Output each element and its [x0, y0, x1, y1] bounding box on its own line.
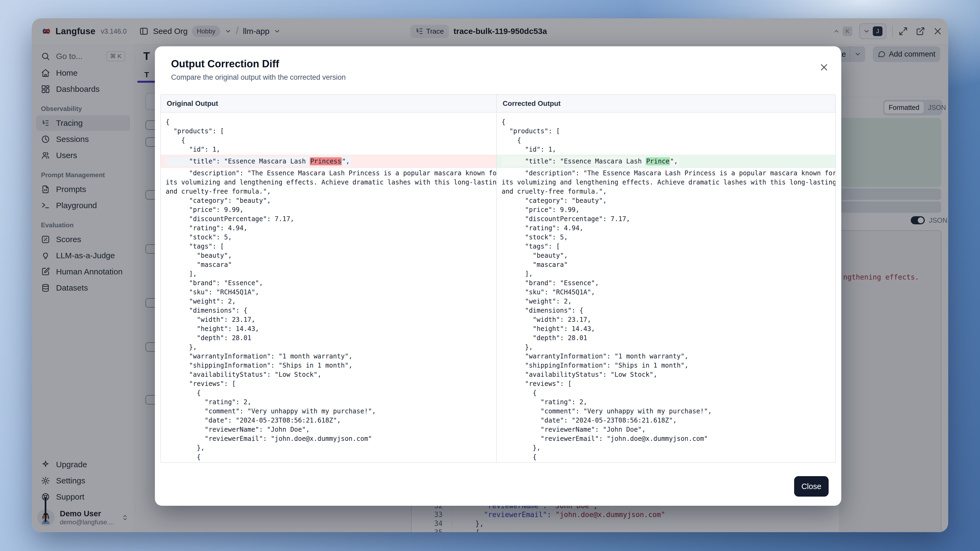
code-line: its volumizing and lengthening effects. …	[161, 178, 496, 187]
code-line: "depth": 28.01	[497, 333, 835, 343]
code-line: "width": 23.17,	[497, 315, 835, 324]
code-line: "sku": "RCH45Q1A",	[497, 287, 835, 297]
code-line: {	[161, 453, 496, 462]
code-line: "availabilityStatus": "Low Stock",	[161, 370, 496, 379]
modal-close-button[interactable]	[818, 61, 830, 73]
code-line: "beauty",	[497, 251, 835, 260]
modal-subtitle: Compare the original output with the cor…	[171, 73, 345, 82]
diff-panel-corrected[interactable]: { "products": [ { "id": 1, "title": "Ess…	[496, 113, 835, 463]
code-line: "stock": 5,	[497, 233, 835, 242]
code-line: "mascara"	[161, 260, 496, 269]
code-line: "description": "The Essence Mascara Lash…	[161, 168, 496, 178]
code-line: "warrantyInformation": "1 month warranty…	[497, 352, 835, 361]
code-line: "category": "beauty",	[497, 196, 835, 205]
code-line: "products": [	[161, 127, 496, 136]
close-button[interactable]: Close	[794, 476, 829, 497]
code-line: "date": "2024-05-23T08:56:21.618Z",	[161, 416, 496, 425]
diff-body: { "products": [ { "id": 1, "title": "Ess…	[161, 113, 835, 463]
code-line: "reviewerEmail": "john.doe@x.dummyjson.c…	[497, 434, 835, 443]
code-line: },	[161, 443, 496, 453]
desktop-wallpaper: { "colors": { "accent_indigo": "#4338ca"…	[0, 0, 980, 551]
code-line: "depth": 28.01	[161, 333, 496, 343]
code-line: "id": 1,	[161, 145, 496, 154]
diff-panel-original[interactable]: { "products": [ { "id": 1, "title": "Ess…	[161, 113, 496, 463]
code-line: "brand": "Essence",	[497, 278, 835, 287]
code-line: "products": [	[497, 127, 835, 136]
diff-header-row: Original Output Corrected Output	[161, 95, 835, 113]
code-line: "id": 1,	[497, 145, 835, 154]
code-line: "rating": 4.94,	[161, 224, 496, 233]
code-line: ],	[497, 269, 835, 278]
code-line: "rating": 2,	[497, 462, 835, 463]
code-line: "price": 9.99,	[161, 205, 496, 214]
diff-table: Original Output Corrected Output { "prod…	[160, 94, 836, 463]
code-line: {	[161, 388, 496, 397]
modal-title: Output Correction Diff	[171, 58, 279, 70]
code-line: {	[497, 136, 835, 145]
code-line: "reviews": [	[497, 379, 835, 388]
code-line: "shippingInformation": "Ships in 1 month…	[497, 361, 835, 370]
code-line: "discountPercentage": 7.17,	[497, 214, 835, 224]
code-line: "mascara"	[497, 260, 835, 269]
code-line: "weight": 2,	[497, 297, 835, 306]
code-line: "weight": 2,	[161, 297, 496, 306]
code-line: "comment": "Very unhappy with my purchas…	[497, 407, 835, 416]
code-line: its volumizing and lengthening effects. …	[497, 178, 835, 187]
code-line: "description": "The Essence Mascara Lash…	[497, 168, 835, 178]
code-line: "dimensions": {	[497, 306, 835, 315]
code-line: "reviewerName": "John Doe",	[497, 425, 835, 434]
code-line: {	[497, 453, 835, 462]
app-window: Langfuse v3.146.0 Seed Org Hobby / llm-a…	[32, 18, 948, 532]
diff-line-added: "title": "Essence Mascara Lash Prince",	[497, 155, 835, 168]
x-icon	[819, 63, 829, 72]
code-line: "rating": 2,	[497, 397, 835, 407]
code-line: "height": 14.43,	[161, 324, 496, 333]
code-line: {	[161, 118, 496, 127]
code-line: "stock": 5,	[161, 233, 496, 242]
code-line: "shippingInformation": "Ships in 1 month…	[161, 361, 496, 370]
code-line: "dimensions": {	[161, 306, 496, 315]
code-line: {	[161, 136, 496, 145]
code-line: },	[497, 443, 835, 453]
code-line: },	[497, 343, 835, 352]
diff-header-corrected: Corrected Output	[496, 95, 835, 112]
code-line: "tags": [	[497, 242, 835, 251]
code-line: "beauty",	[161, 251, 496, 260]
removed-word: Princess	[310, 157, 342, 165]
diff-line-removed: "title": "Essence Mascara Lash Princess"…	[161, 155, 496, 168]
code-line: "price": 9.99,	[497, 205, 835, 214]
code-line: "brand": "Essence",	[161, 278, 496, 287]
code-line: },	[161, 343, 496, 352]
diff-header-original: Original Output	[161, 95, 496, 112]
added-word: Prince	[646, 157, 670, 165]
code-line: and cruelty-free formula.",	[161, 187, 496, 196]
code-line: and cruelty-free formula.",	[497, 187, 835, 196]
code-line: "height": 14.43,	[497, 324, 835, 333]
code-line: "reviewerName": "John Doe",	[161, 425, 496, 434]
code-line: "reviews": [	[161, 379, 496, 388]
code-line: "rating": 4.94,	[497, 224, 835, 233]
code-line: "availabilityStatus": "Low Stock",	[497, 370, 835, 379]
code-line: {	[497, 388, 835, 397]
code-line: "reviewerEmail": "john.doe@x.dummyjson.c…	[161, 434, 496, 443]
code-line: {	[497, 118, 835, 127]
code-line: "rating": 2,	[161, 397, 496, 407]
code-line: "sku": "RCH45Q1A",	[161, 287, 496, 297]
code-line: "tags": [	[161, 242, 496, 251]
code-line: "warrantyInformation": "1 month warranty…	[161, 352, 496, 361]
code-line: "category": "beauty",	[161, 196, 496, 205]
code-line: "width": 23.17,	[161, 315, 496, 324]
code-line: "rating": 2,	[161, 462, 496, 463]
code-line: "discountPercentage": 7.17,	[161, 214, 496, 224]
code-line: "date": "2024-05-23T08:56:21.618Z",	[497, 416, 835, 425]
code-line: "comment": "Very unhappy with my purchas…	[161, 407, 496, 416]
code-line: ],	[161, 269, 496, 278]
output-correction-diff-modal: Output Correction Diff Compare the origi…	[155, 46, 841, 506]
